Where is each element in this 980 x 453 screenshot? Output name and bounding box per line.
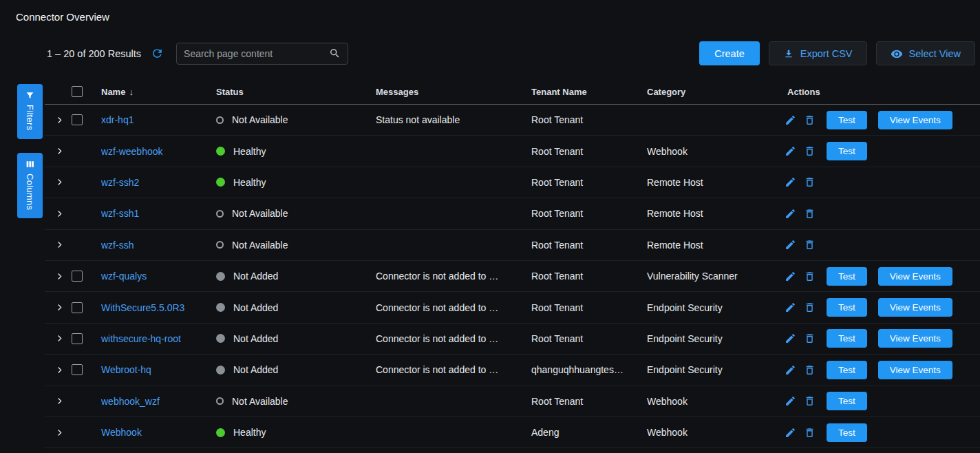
test-button[interactable]: Test bbox=[827, 423, 867, 442]
test-button[interactable]: Test bbox=[827, 142, 867, 160]
search-input[interactable] bbox=[184, 48, 329, 59]
edit-button[interactable] bbox=[785, 208, 796, 220]
connector-name-link[interactable]: withsecure-hq-root bbox=[101, 333, 181, 344]
delete-button[interactable] bbox=[804, 114, 816, 126]
delete-button[interactable] bbox=[804, 145, 816, 157]
expand-row-button[interactable] bbox=[55, 366, 64, 375]
expand-row-button[interactable] bbox=[55, 209, 64, 218]
row-checkbox[interactable] bbox=[72, 271, 83, 282]
test-button[interactable]: Test bbox=[827, 298, 867, 317]
edit-button[interactable] bbox=[785, 176, 796, 188]
table-row: wzf-ssh Not Available Root Tenant Remote… bbox=[45, 230, 980, 261]
select-all-checkbox[interactable] bbox=[72, 86, 83, 97]
checkbox-cell bbox=[64, 114, 90, 125]
connector-name-link[interactable]: wzf-ssh2 bbox=[101, 177, 139, 188]
view-events-button[interactable]: View Events bbox=[878, 298, 952, 317]
edit-button[interactable] bbox=[785, 333, 796, 344]
select-view-button[interactable]: Select View bbox=[876, 41, 976, 65]
row-checkbox[interactable] bbox=[72, 364, 83, 375]
create-button[interactable]: Create bbox=[699, 41, 760, 65]
view-events-button[interactable]: View Events bbox=[878, 361, 952, 379]
search-box bbox=[176, 43, 348, 65]
category-cell: Vulnerability Scanner bbox=[636, 271, 774, 282]
expand-row-button[interactable] bbox=[55, 272, 64, 281]
export-csv-button[interactable]: Export CSV bbox=[769, 41, 867, 65]
test-button[interactable]: Test bbox=[827, 267, 867, 286]
expand-row-button[interactable] bbox=[55, 397, 64, 405]
delete-button[interactable] bbox=[804, 239, 816, 251]
message-cell: Connector is not added to … bbox=[365, 271, 520, 282]
view-events-button[interactable]: View Events bbox=[878, 267, 952, 286]
connector-name-link[interactable]: wzf-ssh1 bbox=[101, 208, 139, 219]
connector-name-link[interactable]: wzf-ssh bbox=[101, 240, 134, 251]
edit-button[interactable] bbox=[785, 427, 796, 439]
connector-name-link[interactable]: xdr-hq1 bbox=[101, 114, 134, 125]
edit-button[interactable] bbox=[785, 395, 796, 407]
actions-cell bbox=[774, 176, 980, 188]
delete-button[interactable] bbox=[804, 176, 816, 188]
test-button[interactable]: Test bbox=[827, 111, 867, 129]
row-checkbox[interactable] bbox=[72, 114, 83, 125]
delete-button[interactable] bbox=[804, 333, 816, 344]
status-label: Not Added bbox=[233, 271, 278, 282]
expand-row-button[interactable] bbox=[55, 334, 64, 343]
category-cell: Remote Host bbox=[636, 208, 774, 219]
sort-descending-icon[interactable]: ↓ bbox=[129, 87, 134, 97]
test-button[interactable]: Test bbox=[827, 361, 867, 379]
delete-button[interactable] bbox=[804, 395, 816, 407]
delete-button[interactable] bbox=[804, 271, 816, 282]
edit-button[interactable] bbox=[785, 239, 796, 251]
connector-name-link[interactable]: wzf-weebhook bbox=[101, 146, 163, 157]
delete-button[interactable] bbox=[804, 364, 816, 376]
expand-row-button[interactable] bbox=[55, 178, 64, 187]
results-count: 1 – 20 of 200 Results bbox=[47, 48, 141, 59]
row-checkbox[interactable] bbox=[72, 302, 83, 313]
row-checkbox[interactable] bbox=[72, 333, 83, 344]
delete-button[interactable] bbox=[804, 208, 816, 220]
pencil-icon bbox=[785, 114, 796, 126]
status-cell: Not Available bbox=[205, 240, 365, 251]
actions-cell bbox=[774, 239, 980, 251]
expand-row-button[interactable] bbox=[55, 147, 64, 156]
test-button[interactable]: Test bbox=[827, 329, 867, 348]
refresh-button[interactable] bbox=[151, 47, 164, 60]
tenant-cell: Root Tenant bbox=[520, 271, 636, 282]
edit-button[interactable] bbox=[785, 302, 796, 313]
trash-icon bbox=[804, 302, 816, 313]
table-row: WithSecure5.5.0R3 Not Added Connector is… bbox=[45, 292, 980, 323]
edit-button[interactable] bbox=[785, 145, 796, 157]
pencil-icon bbox=[785, 395, 796, 407]
status-cell: Not Available bbox=[205, 208, 365, 219]
edit-button[interactable] bbox=[785, 114, 796, 126]
expander-cell bbox=[45, 209, 64, 218]
checkbox-cell bbox=[64, 333, 90, 344]
delete-button[interactable] bbox=[804, 427, 816, 439]
edit-button[interactable] bbox=[785, 364, 796, 376]
expand-row-button[interactable] bbox=[55, 303, 64, 312]
edit-button[interactable] bbox=[785, 271, 796, 282]
delete-button[interactable] bbox=[804, 302, 816, 313]
view-events-button[interactable]: View Events bbox=[878, 111, 952, 129]
connector-name-link[interactable]: Webhook bbox=[101, 427, 142, 438]
test-button[interactable]: Test bbox=[827, 392, 867, 410]
columns-tab[interactable]: Columns bbox=[17, 153, 43, 218]
connector-name-link[interactable]: Webroot-hq bbox=[101, 364, 151, 375]
actions-cell bbox=[774, 208, 980, 220]
view-events-button[interactable]: View Events bbox=[878, 329, 952, 348]
expand-row-button[interactable] bbox=[55, 240, 64, 249]
connector-name-link[interactable]: wzf-qualys bbox=[101, 271, 147, 282]
status-label: Healthy bbox=[233, 427, 266, 438]
expand-row-button[interactable] bbox=[55, 116, 64, 125]
expander-cell bbox=[45, 240, 64, 249]
header-name[interactable]: Name↓ bbox=[90, 87, 205, 97]
tenant-cell: Root Tenant bbox=[520, 114, 636, 125]
expander-cell bbox=[45, 366, 64, 375]
connector-name-link[interactable]: WithSecure5.5.0R3 bbox=[101, 302, 184, 313]
expander-cell bbox=[45, 334, 64, 343]
expand-row-button[interactable] bbox=[55, 428, 64, 437]
toolbar: 1 – 20 of 200 Results Create Export CSV … bbox=[47, 41, 975, 65]
connector-name-link[interactable]: webhook_wzf bbox=[101, 396, 160, 407]
header-tenant-name: Tenant Name bbox=[520, 87, 636, 97]
status-icon bbox=[216, 334, 225, 343]
filters-tab[interactable]: Filters bbox=[17, 84, 43, 139]
